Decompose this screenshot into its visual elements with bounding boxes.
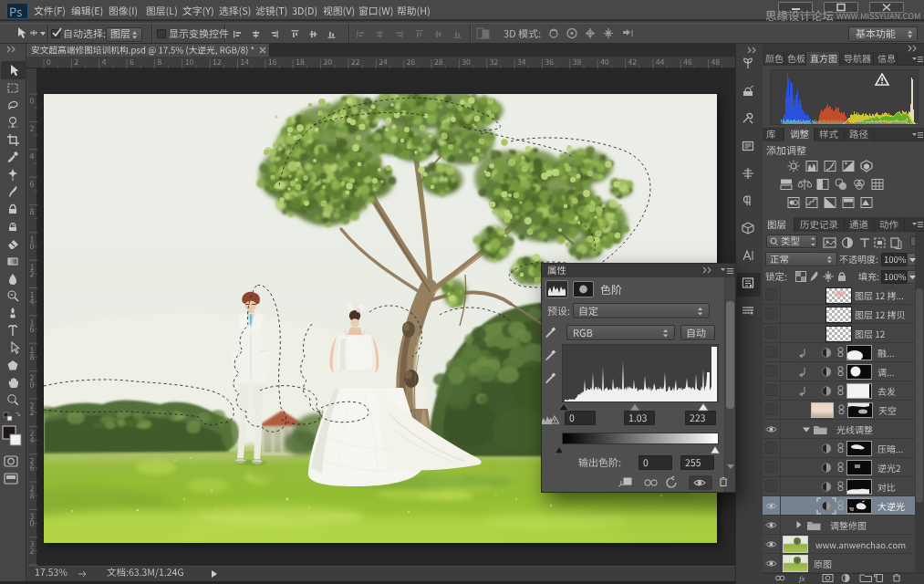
svg-text:fx: fx <box>799 574 805 583</box>
